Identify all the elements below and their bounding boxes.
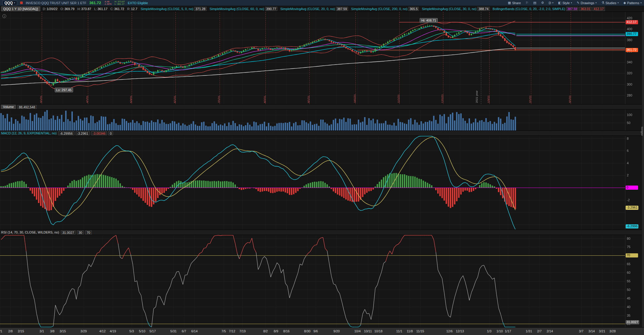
- study-label[interactable]: SimpleMovingAvg (CLOSE, 200, 0, no): [351, 7, 408, 11]
- rsi-panel[interactable]: 80757065605550454035307031.0027: [0, 235, 644, 327]
- share-label: Share: [512, 1, 521, 5]
- style-button[interactable]: ◧Style▾: [558, 1, 572, 5]
- time-axis[interactable]: 2/12/82/153/13/83/153/294/124/195/35/105…: [0, 327, 644, 335]
- scrollbar[interactable]: [642, 12, 644, 327]
- volume-panel[interactable]: 10050: [0, 109, 644, 131]
- chevron-down-icon: ▾: [640, 1, 642, 4]
- macd-chart-canvas[interactable]: [0, 136, 644, 230]
- study-label[interactable]: SimpleMovingAvg (CLOSE, 30, 0, no): [422, 7, 476, 11]
- top-toolbar: QQQ ▾ INVESCO QQQ TRUST UNIT SER 1 ETF 3…: [0, 0, 644, 6]
- time-axis-label: 3/1: [40, 329, 44, 333]
- rsi-axis-bubble: 70: [626, 253, 638, 257]
- study-value: 365.5: [408, 7, 419, 11]
- time-axis-label: 8/16: [283, 329, 289, 333]
- flag-button[interactable]: ⚐: [526, 1, 529, 5]
- volume-chart-canvas[interactable]: [0, 109, 644, 131]
- rsi-axis-tick: 40: [627, 305, 630, 309]
- company-name: INVESCO QQQ TRUST UNIT SER 1 ETF: [26, 1, 86, 5]
- ohlc-key: D:: [43, 7, 46, 11]
- ohlc-key: C:: [110, 7, 114, 11]
- time-axis-label: 9/6: [313, 329, 318, 333]
- print-button[interactable]: ▤: [533, 1, 536, 5]
- time-axis-label: 4/19: [110, 329, 116, 333]
- time-axis-label: 1/10: [496, 329, 503, 333]
- price-axis-bubble: 412.17: [626, 20, 638, 24]
- price-axis-tick: 420: [627, 17, 632, 20]
- study-value: 371.28: [194, 7, 207, 11]
- price-axis-tick: 320: [627, 72, 632, 75]
- ohlc-item: H:373.87: [78, 7, 91, 11]
- volume-label[interactable]: Volume: [1, 105, 16, 109]
- rsi-label[interactable]: RSI (14, 70, 30, CLOSE, WILDERS, no): [1, 231, 59, 234]
- ohlc-key: H:: [78, 7, 81, 11]
- patterns-icon: ◆: [624, 1, 626, 5]
- symbol-input[interactable]: QQQ ▾: [2, 1, 17, 5]
- study-label[interactable]: SimpleMovingAvg (CLOSE, 60, 0, no): [210, 7, 264, 11]
- last-price: 361.72: [89, 1, 101, 5]
- study-label[interactable]: BollingerBands (CLOSE, 0, 20, -2.0, 2.0,…: [493, 7, 565, 11]
- drawings-button[interactable]: ✎Drawings▾: [577, 1, 597, 5]
- study-item: BollingerBands (CLOSE, 0, 20, -2.0, 2.0,…: [493, 7, 605, 11]
- timeframe-button[interactable]: D▾: [549, 1, 553, 5]
- month-separator-label: 3/1/22: [569, 96, 571, 103]
- study-item: SimpleMovingAvg (CLOSE, 60, 0, no)390.77: [210, 7, 277, 11]
- rsi-value: 30: [77, 231, 83, 234]
- patterns-button[interactable]: ◆Patterns▾: [624, 1, 642, 5]
- rsi-axis-tick: 35: [627, 314, 630, 317]
- share-icon: ▦: [508, 1, 511, 5]
- time-axis-label: 10/18: [374, 329, 383, 333]
- macd-readout: -6.29956-3.2961-3.003460: [58, 131, 113, 135]
- alert-icon[interactable]: [20, 1, 23, 4]
- macd-panel-header: MACD (12, 26, 9, EXPONENTIAL, no) -6.299…: [0, 131, 644, 136]
- study-value: 390.77: [265, 7, 278, 11]
- rsi-axis-tick: 75: [627, 245, 630, 249]
- macd-value: -3.00346: [91, 131, 107, 135]
- month-separator-label: 5/3/21: [130, 96, 133, 103]
- time-axis-label: 7/19: [239, 329, 246, 333]
- drawings-icon: ✎: [577, 1, 579, 5]
- study-item: SimpleMovingAvg (CLOSE, 5, 0, no)371.28: [141, 7, 207, 11]
- studies-button[interactable]: ⚗Studies▾: [601, 1, 619, 5]
- macd-axis-tick: 2: [627, 174, 629, 177]
- settings-button[interactable]: ⚙: [541, 1, 544, 5]
- time-axis-label: 5/10: [139, 329, 145, 333]
- time-axis-label: 11/8: [407, 329, 413, 333]
- month-separator-label: 8/2/21: [263, 96, 266, 103]
- macd-label[interactable]: MACD (12, 26, 9, EXPONENTIAL, no): [1, 131, 57, 135]
- macd-panel[interactable]: 86420-20-3.2961-6.2996: [0, 136, 644, 230]
- study-item: SimpleMovingAvg (CLOSE, 20, 0, no)387.59: [280, 7, 348, 11]
- volume-units-label: millions: [640, 127, 643, 136]
- chart-area: i 420400380360340320300280412.17390.7736…: [0, 12, 644, 327]
- time-axis-label: 11/15: [416, 329, 424, 333]
- month-separator-label: 12/1/21: [441, 94, 444, 103]
- studies-readout: SimpleMovingAvg (CLOSE, 5, 0, no)371.28S…: [141, 7, 605, 11]
- ohlc-key: L:: [94, 7, 97, 11]
- chevron-down-icon: ▾: [618, 1, 619, 4]
- time-axis-label: 9/20: [334, 329, 340, 333]
- rsi-chart-canvas[interactable]: [0, 235, 644, 327]
- macd-axis-tick: 8: [627, 137, 629, 140]
- price-axis-tick: 340: [627, 61, 632, 64]
- rsi-axis-tick: 65: [627, 262, 630, 266]
- volume-value: 88,492,548: [17, 105, 37, 109]
- thinkorswim-chart-window: { "icons": {"info": "i", "caret": "▾"}, …: [0, 0, 644, 335]
- info-icon[interactable]: i: [2, 14, 6, 18]
- study-label[interactable]: SimpleMovingAvg (CLOSE, 5, 0, no): [141, 7, 193, 11]
- ohlc-value: 361.17: [97, 7, 107, 11]
- month-separator-label: 1/3/22: [487, 96, 490, 103]
- rsi-axis-tick: 80: [627, 237, 630, 240]
- study-label[interactable]: SimpleMovingAvg (CLOSE, 20, 0, no): [280, 7, 335, 11]
- chart-title-chip[interactable]: QQQ 1 Y 1D [NASDAQ]: [1, 7, 40, 11]
- ohlc-value: 361.72: [114, 7, 124, 11]
- price-chart-canvas[interactable]: [0, 12, 644, 104]
- study-value: 363.01: [579, 7, 592, 11]
- chevron-down-icon: ▾: [571, 1, 572, 4]
- top-right-controls: ▦Share⚐▤⚙D▾◧Style▾✎Drawings▾⚗Studies▾◆Pa…: [508, 1, 642, 5]
- chevron-down-icon: ▾: [14, 1, 15, 4]
- time-axis-label: 3/7: [579, 329, 583, 333]
- price-panel[interactable]: i 420400380360340320300280412.17390.7736…: [0, 12, 644, 104]
- share-button[interactable]: ▦Share: [508, 1, 521, 5]
- rsi-readout: 31.00273070: [61, 231, 92, 234]
- rsi-axis-bubble: 31.0027: [626, 320, 639, 324]
- time-axis-label: 1/3: [487, 329, 491, 333]
